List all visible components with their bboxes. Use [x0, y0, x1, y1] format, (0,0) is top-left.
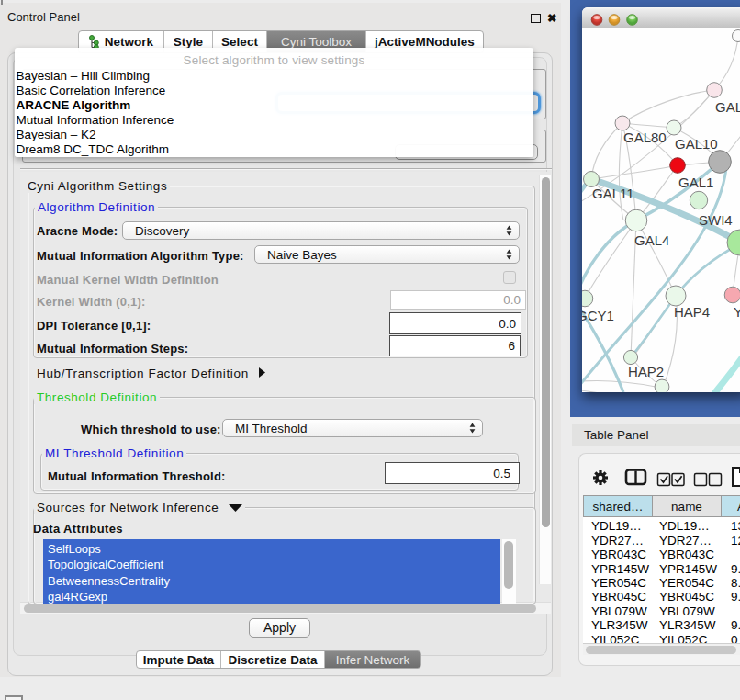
svg-text:Y: Y	[734, 304, 740, 320]
svg-text:GAL80: GAL80	[623, 130, 667, 145]
svg-text:SWI4: SWI4	[699, 212, 733, 228]
svg-text:GAL1: GAL1	[678, 175, 713, 190]
svg-text:GAL10: GAL10	[675, 136, 718, 152]
svg-text:GAL11: GAL11	[592, 186, 634, 201]
svg-text:GAL4: GAL4	[634, 232, 669, 248]
svg-text:HAP4: HAP4	[674, 304, 710, 320]
svg-text:GCY1: GCY1	[582, 308, 614, 323]
svg-text:GAL7: GAL7	[715, 99, 740, 115]
svg-text:HAP2: HAP2	[628, 364, 664, 379]
